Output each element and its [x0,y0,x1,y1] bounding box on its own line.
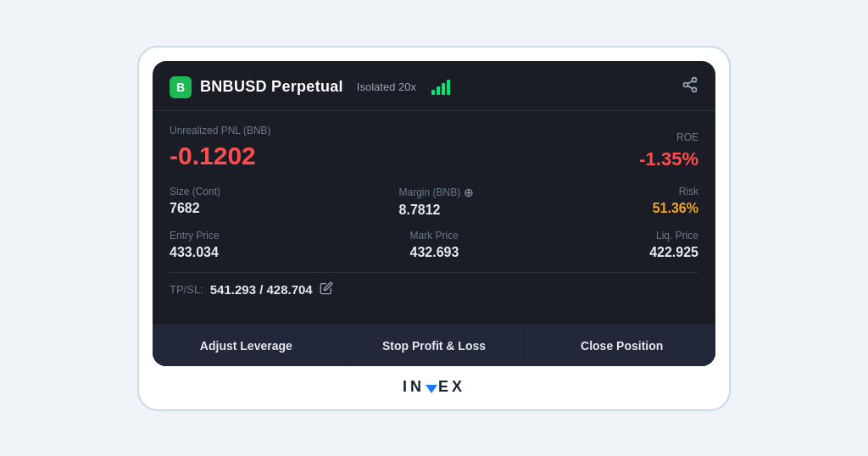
card-header: B BNBUSD Perpetual Isolated 20x [153,61,715,111]
price-row: Entry Price 433.034 Mark Price 432.693 L… [170,230,698,260]
brand-icon: B [170,76,192,98]
bar-1 [431,90,435,95]
trading-card: B BNBUSD Perpetual Isolated 20x [153,61,715,366]
card-body: Unrealized PNL (BNB) -0.1202 ROE -1.35% … [153,111,715,325]
roe-value: -1.35% [639,148,698,170]
mark-price-metric: Mark Price 432.693 [410,230,459,260]
tpsl-label: TP/SL: [170,283,203,296]
adjust-leverage-button[interactable]: Adjust Leverage [153,325,341,366]
pnl-left: Unrealized PNL (BNB) -0.1202 [170,125,271,170]
share-icon[interactable] [682,76,698,97]
add-margin-icon[interactable]: ⊕ [464,186,474,199]
signal-bars [431,80,450,95]
roe-right: ROE -1.35% [639,131,698,170]
stop-profit-loss-button[interactable]: Stop Profit & Loss [341,325,529,366]
margin-label: Margin (BNB) ⊕ [399,186,475,199]
close-position-button[interactable]: Close Position [528,325,715,366]
risk-value: 51.36% [653,201,698,216]
logo-arrow-icon [426,385,437,393]
size-label: Size (Cont) [170,186,220,197]
liq-price-label: Liq. Price [649,230,698,242]
size-margin-row: Size (Cont) 7682 Margin (BNB) ⊕ 8.7812 R… [170,186,698,218]
entry-price-label: Entry Price [170,230,220,242]
mark-price-label: Mark Price [410,230,459,242]
size-value: 7682 [170,201,220,216]
roe-label: ROE [639,131,698,143]
entry-price-value: 433.034 [170,245,220,260]
bar-3 [442,83,445,95]
pnl-value: -0.1202 [170,142,271,170]
bar-2 [437,86,440,95]
logo-text: INEX [403,378,465,396]
action-buttons: Adjust Leverage Stop Profit & Loss Close… [153,325,715,366]
pnl-label: Unrealized PNL (BNB) [170,125,271,136]
entry-price-metric: Entry Price 433.034 [170,230,220,260]
size-metric: Size (Cont) 7682 [170,186,220,218]
risk-metric: Risk 51.36% [653,186,698,218]
tpsl-row: TP/SL: 541.293 / 428.704 [170,272,698,306]
pair-title: BNBUSD Perpetual [200,78,343,96]
logo-area: INEX [403,378,465,396]
risk-label: Risk [653,186,698,197]
margin-value: 8.7812 [399,203,475,218]
liq-price-value: 422.925 [649,245,698,260]
outer-card: B BNBUSD Perpetual Isolated 20x [137,46,731,411]
pnl-row: Unrealized PNL (BNB) -0.1202 ROE -1.35% [170,125,698,170]
svg-line-4 [687,81,693,83]
tpsl-edit-icon[interactable] [320,281,333,298]
header-left: B BNBUSD Perpetual Isolated 20x [170,76,450,98]
bar-4 [447,80,450,95]
svg-line-3 [687,86,693,88]
mark-price-value: 432.693 [410,245,459,260]
isolated-badge: Isolated 20x [357,81,416,93]
liq-price-metric: Liq. Price 422.925 [649,230,698,260]
tpsl-value: 541.293 / 428.704 [210,282,313,297]
margin-metric: Margin (BNB) ⊕ 8.7812 [399,186,475,218]
